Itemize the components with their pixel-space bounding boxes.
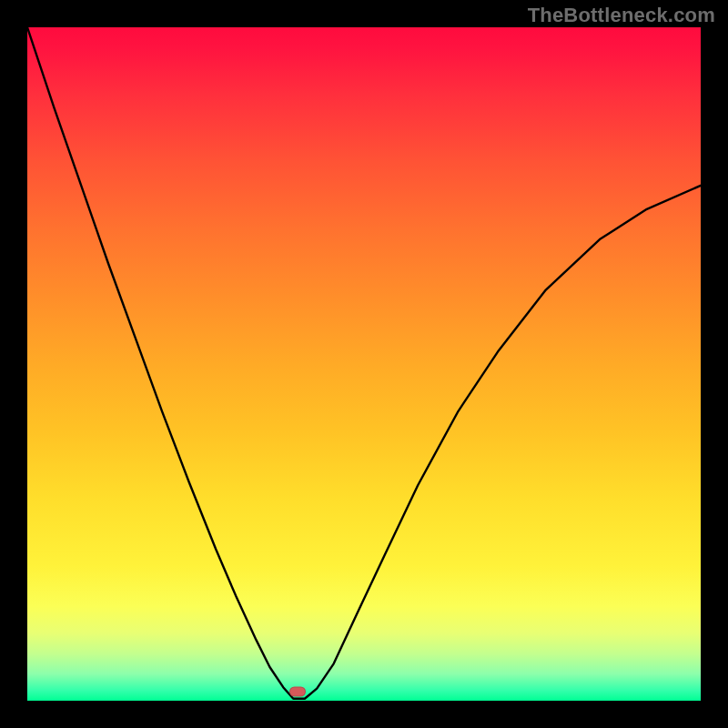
chart-frame: TheBottleneck.com [0,0,728,728]
plot-area [27,27,701,701]
curve-svg [27,27,701,701]
bottleneck-curve [27,27,701,699]
highlight-marker [289,686,306,696]
watermark-text: TheBottleneck.com [528,4,715,27]
